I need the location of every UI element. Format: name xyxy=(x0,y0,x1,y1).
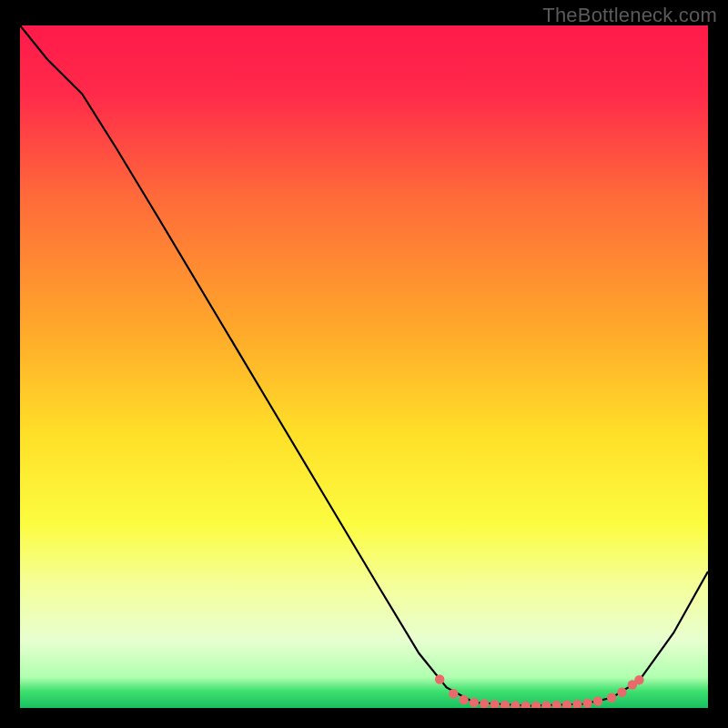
marker-point xyxy=(593,696,602,705)
marker-point xyxy=(617,688,626,697)
chart-background xyxy=(20,25,708,708)
chart-plot-area xyxy=(20,25,708,708)
chart-svg xyxy=(20,25,708,708)
marker-point xyxy=(583,699,592,708)
marker-point xyxy=(607,693,616,703)
marker-point xyxy=(459,695,468,704)
marker-point xyxy=(435,674,444,683)
marker-point xyxy=(634,675,643,684)
marker-point xyxy=(449,689,458,698)
marker-point xyxy=(470,698,479,707)
attribution-label: TheBottleneck.com xyxy=(542,4,717,27)
